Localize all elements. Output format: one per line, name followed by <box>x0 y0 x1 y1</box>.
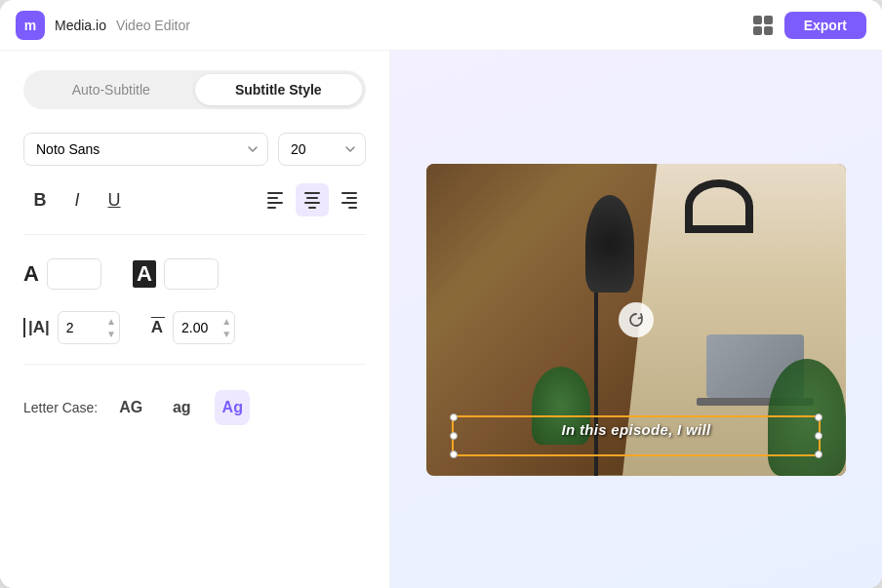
char-spacing-icon: A <box>151 318 165 337</box>
text-color-item: A <box>23 258 101 290</box>
stroke-color-label: A <box>133 260 156 288</box>
scene-headphones <box>685 179 753 233</box>
line-height-up[interactable]: ▲ <box>106 316 116 328</box>
tab-auto-subtitle[interactable]: Auto-Subtitle <box>27 74 195 105</box>
subtitle-text: In this episode, I will <box>562 421 711 438</box>
video-preview: In this episode, I will <box>426 164 846 476</box>
export-button[interactable]: Export <box>784 12 866 39</box>
char-spacing-arrows: ▲ ▼ <box>221 316 231 340</box>
scene-microphone <box>585 195 634 293</box>
right-panel: In this episode, I will <box>390 51 882 588</box>
char-spacing-spinner: 2.00 ▲ ▼ <box>173 311 235 344</box>
handle-middle-right[interactable] <box>815 432 822 440</box>
header-left: m Media.io Video Editor <box>16 11 190 40</box>
line-height-spinner: 2 ▲ ▼ <box>58 311 120 344</box>
align-right-button[interactable] <box>333 183 366 216</box>
brand-name: Media.io <box>55 18 106 33</box>
spacing-row: |A| 2 ▲ ▼ A 2.00 ▲ <box>23 311 366 365</box>
char-spacing-up[interactable]: ▲ <box>221 316 231 328</box>
font-row: Noto Sans Arial Helvetica Times New Roma… <box>23 133 366 166</box>
reset-button[interactable] <box>619 302 654 337</box>
letter-case-label: Letter Case: <box>23 400 98 415</box>
text-color-swatch[interactable] <box>47 258 101 290</box>
font-size-select[interactable]: 16 20 24 28 32 <box>278 133 366 166</box>
char-spacing-down[interactable]: ▼ <box>221 329 231 340</box>
bold-button[interactable]: B <box>23 183 57 216</box>
subtitle-overlay: In this episode, I will <box>562 421 711 438</box>
page-name: Video Editor <box>116 18 190 33</box>
tab-subtitle-style[interactable]: Subtitle Style <box>195 74 363 105</box>
line-height-icon: |A| <box>23 318 50 337</box>
align-buttons <box>259 183 366 216</box>
tab-toggle: Auto-Subtitle Subtitle Style <box>23 70 366 109</box>
italic-button[interactable]: I <box>60 183 94 216</box>
stroke-color-item: A <box>133 258 219 290</box>
line-height-arrows: ▲ ▼ <box>106 316 116 340</box>
header-right: Export <box>753 12 866 39</box>
main-content: Auto-Subtitle Subtitle Style Noto Sans A… <box>0 51 882 588</box>
uppercase-button[interactable]: AG <box>113 390 148 425</box>
letter-case-row: Letter Case: AG ag Ag <box>23 390 366 425</box>
header: m Media.io Video Editor Export <box>0 0 882 51</box>
app-logo: m <box>16 11 45 40</box>
capitalize-button[interactable]: Ag <box>215 390 250 425</box>
reset-icon <box>627 311 645 329</box>
line-height-down[interactable]: ▼ <box>106 329 116 340</box>
text-color-label: A <box>23 261 39 287</box>
align-left-button[interactable] <box>259 183 292 216</box>
left-panel: Auto-Subtitle Subtitle Style Noto Sans A… <box>0 51 390 588</box>
char-spacing-item: A 2.00 ▲ ▼ <box>151 311 235 344</box>
grid-icon[interactable] <box>753 16 773 35</box>
align-center-button[interactable] <box>296 183 329 216</box>
line-height-item: |A| 2 ▲ ▼ <box>23 311 120 344</box>
underline-button[interactable]: U <box>98 183 131 216</box>
app-window: m Media.io Video Editor Export Auto-Subt… <box>0 0 882 588</box>
handle-middle-left[interactable] <box>450 432 458 440</box>
font-family-select[interactable]: Noto Sans Arial Helvetica Times New Roma… <box>23 133 268 166</box>
handle-top-left[interactable] <box>450 413 458 421</box>
format-buttons: B I U <box>23 183 131 216</box>
stroke-color-swatch[interactable] <box>164 258 219 290</box>
format-row: B I U <box>23 183 366 235</box>
lowercase-button[interactable]: ag <box>164 390 199 425</box>
color-stroke-row: A A <box>23 258 366 290</box>
